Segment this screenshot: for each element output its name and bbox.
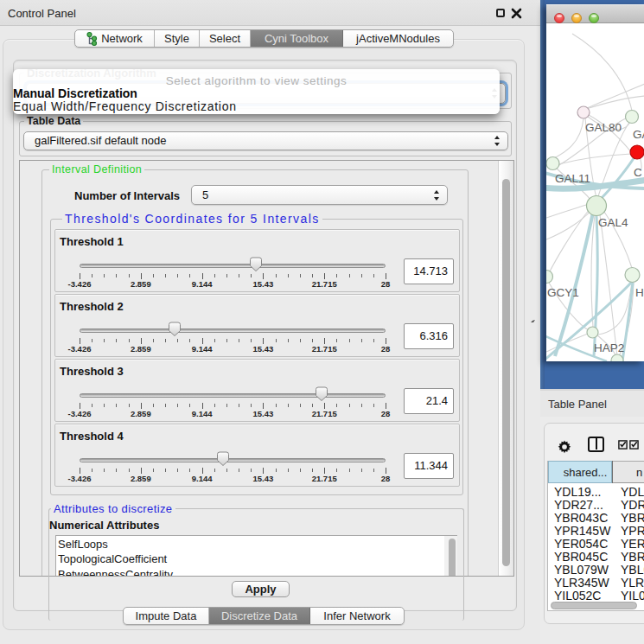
svg-text:GAL4: GAL4: [598, 216, 628, 229]
svg-text:GAL80: GAL80: [585, 121, 622, 134]
svg-text:GCY1: GCY1: [547, 286, 579, 299]
svg-text:C: C: [634, 166, 642, 179]
svg-text:H: H: [635, 286, 644, 299]
svg-text:HAP2: HAP2: [594, 341, 624, 354]
svg-text:GAL11: GAL11: [555, 172, 590, 185]
svg-text:GA: GA: [633, 128, 644, 141]
